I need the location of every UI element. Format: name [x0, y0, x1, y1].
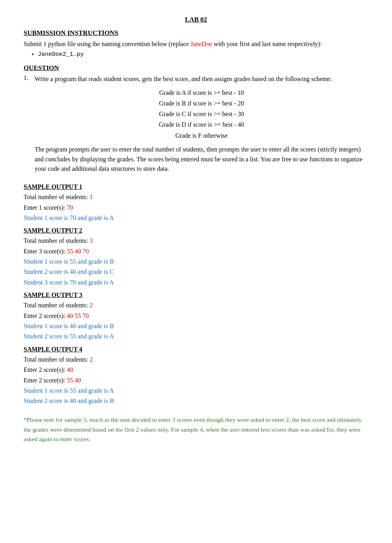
submission-line2: with your first and last name respective…	[212, 41, 322, 47]
question-body: Write a program that reads student score…	[35, 74, 368, 179]
sample-output-4-line-5: Student 2 score is 40 and grade is B	[24, 396, 368, 406]
sample-output-4-line-2: Enter 2 score(s): 40	[24, 365, 368, 375]
so4-l1-suffix: 2	[90, 356, 93, 363]
so1-l2-suffix: 70	[67, 204, 73, 211]
so2-l2-text: Enter 3 score(s):	[24, 248, 67, 255]
sample-output-4-line-4: Student 1 score is 55 and grade is A	[24, 386, 368, 396]
so2-l2-suffix: 55 40 70	[67, 248, 89, 255]
sample-output-4: SAMPLE OUTPUT 4 Total number of students…	[24, 346, 368, 406]
sample-output-2-line-1: Total number of students: 3	[24, 236, 368, 246]
sample-output-1-heading: SAMPLE OUTPUT 1	[24, 183, 368, 190]
grade-f: Grade is F otherwise	[35, 130, 368, 141]
grade-c: Grade is C if score is >= best - 30	[35, 109, 368, 119]
note-block: *Please note for sample 3, much as the u…	[24, 415, 368, 444]
submission-file-list: JaneDoe2_1.py	[38, 51, 368, 58]
sample-output-1: SAMPLE OUTPUT 1 Total number of students…	[24, 183, 368, 223]
so4-l2-suffix: 40	[67, 366, 73, 373]
grade-b: Grade is B if score is >= best - 20	[35, 98, 368, 109]
submission-heading: SUBMISSION INSTRUCTIONS	[24, 29, 368, 37]
so3-l2-suffix: 40 55 70	[67, 312, 89, 319]
submission-file-item: JaneDoe2_1.py	[38, 51, 368, 58]
so1-l1-suffix: 1	[90, 194, 93, 200]
so2-l1-suffix: 3	[90, 237, 93, 244]
so4-l3-suffix: 55 40	[67, 377, 81, 384]
submission-line1: Submit 1 python file using the naming co…	[24, 41, 190, 47]
program-description: The program prompts the user to enter th…	[35, 145, 368, 174]
sample-output-2-line-3: Student 1 score is 55 and grade is B	[24, 257, 368, 267]
sample-output-3-line-4: Student 2 score is 55 and grade is A	[24, 331, 368, 342]
sample-output-2-line-2: Enter 3 score(s): 55 40 70	[24, 246, 368, 257]
submission-text: Submit 1 python file using the naming co…	[24, 39, 368, 49]
so1-l2-text: Enter 1 score(s):	[24, 204, 67, 211]
question-number-label: 1.	[24, 74, 35, 81]
sample-output-2-line-5: Student 3 score is 70 and grade is A	[24, 277, 368, 288]
question-section: QUESTION 1. Write a program that reads s…	[24, 64, 368, 179]
so4-l3-text: Enter 2 score(s):	[24, 377, 67, 384]
submission-highlight: JaneDoe	[190, 41, 212, 47]
so3-l1-suffix: 2	[90, 302, 93, 308]
so3-l2-text: Enter 2 score(s):	[24, 312, 67, 319]
question-intro: Write a program that reads student score…	[35, 76, 332, 82]
sample-output-3: SAMPLE OUTPUT 3 Total number of students…	[24, 292, 368, 342]
grade-d: Grade is D if score is >= best - 40	[35, 119, 368, 130]
sample-output-4-heading: SAMPLE OUTPUT 4	[24, 346, 368, 353]
so3-l1-text: Total number of students:	[24, 302, 90, 308]
grade-scheme: Grade is A if score is >= best - 10 Grad…	[35, 87, 368, 141]
sample-output-2-heading: SAMPLE OUTPUT 2	[24, 227, 368, 234]
sample-output-1-line-3: Student 1 score is 70 and grade is A	[24, 213, 368, 223]
sample-output-3-heading: SAMPLE OUTPUT 3	[24, 292, 368, 299]
sample-output-4-line-1: Total number of students: 2	[24, 355, 368, 365]
so4-l1-text: Total number of students:	[24, 356, 90, 363]
so1-l1-text: Total number of students:	[24, 194, 90, 200]
sample-output-1-line-2: Enter 1 score(s): 70	[24, 203, 368, 213]
page-title: LAB 02	[24, 16, 368, 24]
sample-output-2-line-4: Student 2 score is 40 and grade is C	[24, 267, 368, 277]
sample-output-2: SAMPLE OUTPUT 2 Total number of students…	[24, 227, 368, 288]
grade-a: Grade is A if score is >= best - 10	[35, 87, 368, 98]
question-block: 1. Write a program that reads student sc…	[24, 74, 368, 179]
sample-output-3-line-3: Student 1 score is 40 and grade is B	[24, 321, 368, 331]
sample-output-3-line-1: Total number of students: 2	[24, 300, 368, 310]
sample-output-4-line-3: Enter 2 score(s): 55 40	[24, 375, 368, 386]
sample-output-1-line-1: Total number of students: 1	[24, 192, 368, 202]
so4-l2-text: Enter 2 score(s):	[24, 366, 67, 373]
question-heading: QUESTION	[24, 64, 368, 72]
so2-l1-text: Total number of students:	[24, 237, 90, 244]
sample-output-3-line-2: Enter 2 score(s): 40 55 70	[24, 311, 368, 321]
